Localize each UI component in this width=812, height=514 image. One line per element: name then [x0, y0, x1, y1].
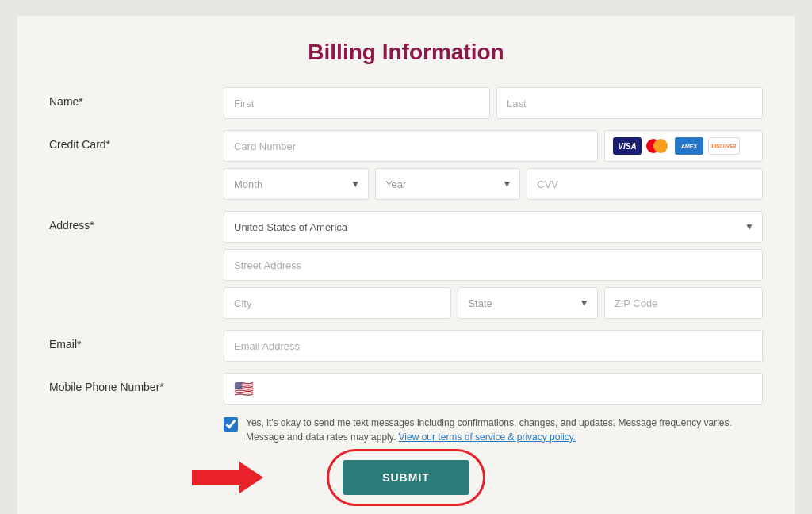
country-select[interactable]: United States of America Canada United K… — [224, 212, 762, 242]
credit-card-fields: VISA AMEX DISCOVER Month 010203 040506 0… — [224, 130, 763, 200]
month-select-wrapper: Month 010203 040506 070809 101112 ▼ — [224, 168, 369, 200]
card-number-row: VISA AMEX DISCOVER — [224, 130, 763, 162]
billing-form-container: Billing Information Name* Credit Card* V… — [17, 16, 795, 514]
credit-card-label: Credit Card* — [49, 130, 224, 151]
page-title: Billing Information — [49, 40, 763, 65]
card-expiry-row: Month 010203 040506 070809 101112 ▼ Year… — [224, 168, 763, 200]
us-flag-icon: 🇺🇸 — [234, 381, 254, 397]
year-select-wrapper: Year 202420252026 202720282029 2030 ▼ — [375, 168, 520, 200]
name-fields — [224, 87, 763, 119]
country-row: United States of America Canada United K… — [224, 211, 763, 243]
visa-icon: VISA — [613, 137, 642, 155]
sms-consent-text: Yes, it's okay to send me text messages … — [246, 416, 763, 444]
card-number-input[interactable] — [224, 130, 598, 162]
email-label: Email* — [49, 330, 224, 351]
phone-fields: 🇺🇸 — [224, 373, 763, 405]
name-label: Name* — [49, 87, 224, 108]
last-name-input[interactable] — [496, 87, 763, 119]
state-select[interactable]: State ALAKAZCA COFLNYTX — [458, 288, 596, 318]
city-input[interactable] — [224, 287, 451, 319]
zip-code-input[interactable] — [604, 287, 763, 319]
address-row: Address* United States of America Canada… — [49, 211, 763, 319]
country-select-wrapper: United States of America Canada United K… — [224, 211, 763, 243]
address-fields: United States of America Canada United K… — [224, 211, 763, 319]
phone-label: Mobile Phone Number* — [49, 373, 224, 393]
submit-button[interactable]: SUBMIT — [343, 460, 469, 495]
credit-card-row: Credit Card* VISA AMEX DISCOVER Month — [49, 130, 763, 200]
arrow-container — [192, 458, 263, 497]
email-fields — [224, 330, 763, 362]
month-select[interactable]: Month 010203 040506 070809 101112 — [224, 169, 368, 199]
street-row — [224, 249, 763, 281]
submit-arrow-icon — [192, 458, 263, 497]
amex-icon: AMEX — [675, 137, 703, 155]
email-row: Email* — [49, 330, 763, 362]
card-icons: VISA AMEX DISCOVER — [604, 130, 763, 162]
first-name-input[interactable] — [224, 87, 490, 119]
state-select-wrapper: State ALAKAZCA COFLNYTX ▼ — [458, 287, 597, 319]
street-address-input[interactable] — [224, 249, 763, 281]
name-row: Name* — [49, 87, 763, 119]
mastercard-icon — [646, 137, 670, 155]
sms-consent-checkbox[interactable] — [224, 417, 238, 432]
name-field-row — [224, 87, 763, 119]
terms-link[interactable]: View our terms of service & privacy poli… — [399, 432, 576, 443]
email-input[interactable] — [224, 330, 763, 362]
discover-icon: DISCOVER — [708, 137, 740, 155]
phone-field[interactable]: 🇺🇸 — [224, 373, 763, 405]
submit-area: SUBMIT — [49, 460, 763, 495]
city-state-zip-row: State ALAKAZCA COFLNYTX ▼ — [224, 287, 763, 319]
address-label: Address* — [49, 211, 224, 232]
phone-row: Mobile Phone Number* 🇺🇸 — [49, 373, 763, 405]
cvv-input[interactable] — [527, 168, 763, 200]
svg-marker-0 — [192, 462, 263, 493]
submit-wrapper: SUBMIT — [343, 460, 469, 495]
year-select[interactable]: Year 202420252026 202720282029 2030 — [376, 169, 519, 199]
sms-checkbox-row: Yes, it's okay to send me text messages … — [224, 416, 763, 444]
